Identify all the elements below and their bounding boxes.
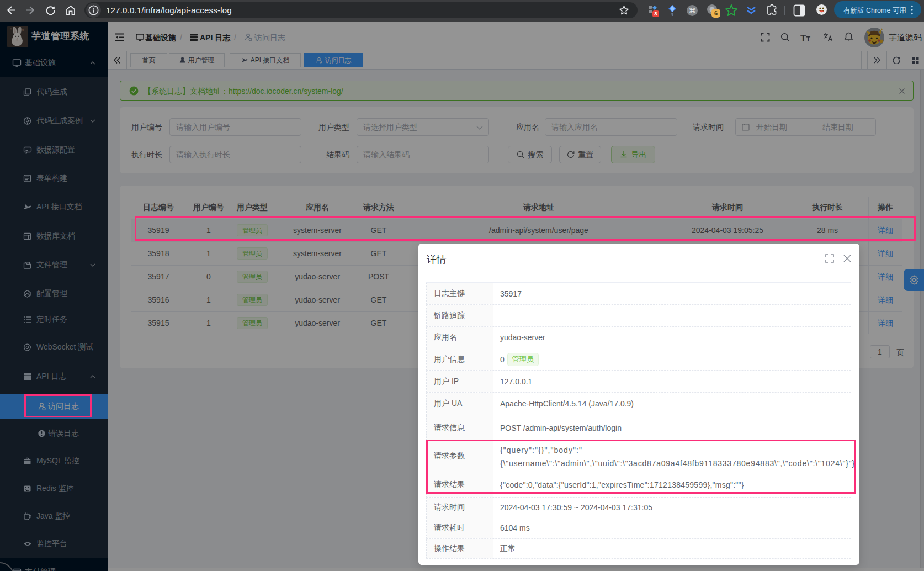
svg-text:8: 8 (654, 10, 657, 17)
svg-text:6: 6 (714, 10, 718, 17)
svg-text:⌘: ⌘ (689, 7, 696, 15)
